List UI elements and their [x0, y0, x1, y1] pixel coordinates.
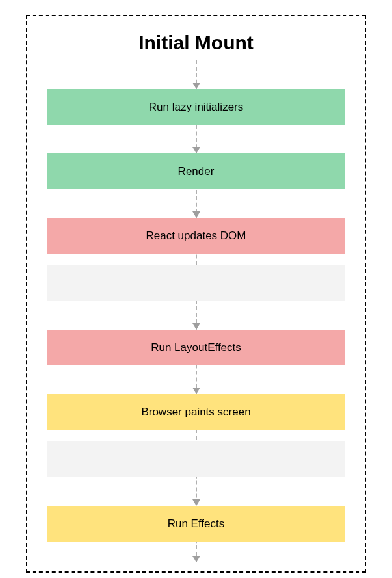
arrow-segment [192, 189, 200, 218]
step-label: Render [178, 165, 215, 178]
step-label: React updates DOM [146, 230, 246, 243]
flow-area: Run lazy initializers Render React updat… [47, 60, 345, 562]
step-label: Run LayoutEffects [151, 341, 241, 354]
step-label: Run lazy initializers [149, 101, 244, 114]
arrow-segment [192, 60, 200, 89]
arrow-down-icon [192, 323, 200, 330]
step-render: Render [47, 153, 345, 189]
step-run-effects: Run Effects [47, 506, 345, 542]
step-placeholder [47, 265, 345, 301]
arrow-segment [192, 477, 200, 506]
arrow-segment [192, 365, 200, 394]
arrow-down-icon [192, 388, 200, 394]
step-label: Run Effects [168, 518, 225, 531]
step-placeholder [47, 441, 345, 477]
arrow-segment [192, 125, 200, 153]
arrow-down-icon [192, 499, 200, 506]
arrow-segment [192, 542, 200, 562]
diagram-title: Initial Mount [138, 32, 254, 54]
step-browser-paints: Browser paints screen [47, 394, 345, 430]
arrow-down-icon [192, 556, 200, 562]
diagram-container: Initial Mount Run lazy initializers Rend… [26, 15, 366, 573]
arrow-down-icon [192, 147, 200, 153]
arrow-segment [192, 301, 200, 330]
step-label: Browser paints screen [141, 406, 250, 419]
arrow-down-icon [192, 83, 200, 89]
arrow-down-icon [192, 211, 200, 218]
step-lazy-initializers: Run lazy initializers [47, 89, 345, 125]
step-react-updates-dom: React updates DOM [47, 218, 345, 254]
step-run-layouteffects: Run LayoutEffects [47, 330, 345, 365]
